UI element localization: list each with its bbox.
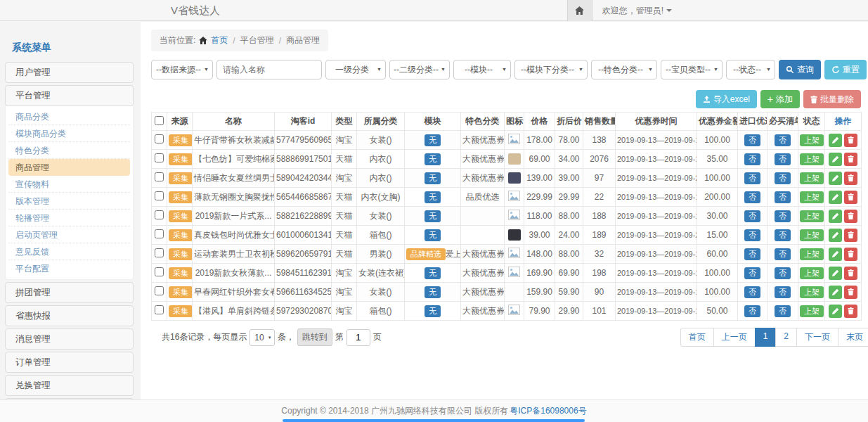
must-buy-toggle[interactable]: 否: [775, 153, 791, 165]
edit-button[interactable]: [829, 229, 842, 242]
select-all-checkbox[interactable]: [155, 116, 164, 125]
data-source-select[interactable]: --数据来源--▼: [151, 60, 213, 79]
row-checkbox[interactable]: [155, 191, 164, 200]
status-button[interactable]: 上架: [800, 267, 824, 279]
delete-button[interactable]: [844, 286, 857, 299]
must-buy-toggle[interactable]: 否: [775, 210, 791, 222]
must-buy-toggle[interactable]: 否: [775, 286, 791, 298]
row-checkbox[interactable]: [155, 153, 164, 162]
import-select-toggle[interactable]: 否: [744, 305, 760, 317]
batch-delete-button[interactable]: 批量删除: [803, 90, 861, 108]
import-select-toggle[interactable]: 否: [744, 210, 760, 222]
filter-select-5[interactable]: --特色分类--▼: [591, 60, 657, 79]
delete-button[interactable]: [844, 267, 857, 280]
sidebar-item-宣传物料[interactable]: 宣传物料: [8, 176, 130, 193]
delete-button[interactable]: [844, 153, 857, 166]
row-checkbox[interactable]: [155, 305, 164, 314]
edit-button[interactable]: [829, 305, 842, 318]
sidebar-item-特色分类[interactable]: 特色分类: [8, 142, 130, 159]
must-buy-toggle[interactable]: 否: [775, 305, 791, 317]
must-buy-toggle[interactable]: 否: [775, 248, 791, 260]
status-button[interactable]: 上架: [800, 191, 824, 203]
edit-button[interactable]: [829, 267, 842, 280]
delete-button[interactable]: [844, 172, 857, 185]
edit-button[interactable]: [829, 134, 842, 147]
row-checkbox[interactable]: [155, 210, 164, 219]
breadcrumb-home-link[interactable]: 首页: [211, 34, 228, 46]
name-search-input[interactable]: [216, 60, 322, 79]
home-button[interactable]: [567, 0, 592, 21]
status-button[interactable]: 上架: [800, 286, 824, 298]
edit-button[interactable]: [829, 248, 842, 261]
filter-select-2[interactable]: --二级分类--▼: [389, 60, 450, 79]
sidebar-item-商品分类[interactable]: 商品分类: [8, 108, 130, 125]
filter-select-3[interactable]: --模块--▼: [453, 60, 511, 79]
module-badge[interactable]: 无: [425, 172, 441, 184]
search-button[interactable]: 查询: [779, 60, 821, 79]
page-button-末页[interactable]: 末页: [838, 328, 868, 347]
import-select-toggle[interactable]: 否: [744, 172, 760, 184]
page-button-上一页[interactable]: 上一页: [713, 328, 756, 347]
module-badge[interactable]: 无: [425, 153, 441, 165]
edit-button[interactable]: [829, 286, 842, 299]
edit-button[interactable]: [829, 191, 842, 204]
delete-button[interactable]: [844, 191, 857, 204]
per-page-select[interactable]: 10▼: [250, 329, 274, 346]
import-select-toggle[interactable]: 否: [744, 267, 760, 279]
page-button-下一页[interactable]: 下一页: [796, 328, 838, 347]
sidebar-item-模块商品分类[interactable]: 模块商品分类: [8, 125, 130, 142]
delete-button[interactable]: [844, 248, 857, 261]
import-select-toggle[interactable]: 否: [744, 248, 760, 260]
module-badge[interactable]: 无: [425, 267, 441, 279]
filter-select-7[interactable]: --状态--▼: [726, 60, 775, 79]
import-excel-button[interactable]: 导入excel: [696, 90, 757, 108]
sidebar-item-版本管理[interactable]: 版本管理: [8, 193, 130, 210]
module-badge[interactable]: 品牌精选: [406, 248, 446, 260]
sidebar-group-拼团管理[interactable]: 拼团管理: [5, 282, 134, 303]
sidebar-item-意见反馈[interactable]: 意见反馈: [8, 243, 130, 260]
sidebar-item-轮播管理[interactable]: 轮播管理: [8, 210, 130, 226]
status-button[interactable]: 上架: [800, 305, 824, 317]
bottom-scrollbar[interactable]: [283, 419, 585, 422]
reset-button[interactable]: 重置: [824, 60, 867, 79]
delete-button[interactable]: [844, 229, 857, 242]
sidebar-group-省惠快报[interactable]: 省惠快报: [5, 305, 134, 326]
delete-button[interactable]: [844, 305, 857, 318]
status-button[interactable]: 上架: [800, 248, 824, 260]
module-badge[interactable]: 无: [425, 229, 441, 241]
import-select-toggle[interactable]: 否: [744, 286, 760, 298]
row-checkbox[interactable]: [155, 286, 164, 295]
module-badge[interactable]: 无: [425, 134, 441, 146]
delete-button[interactable]: [844, 134, 857, 147]
edit-button[interactable]: [829, 153, 842, 166]
import-select-toggle[interactable]: 否: [744, 191, 760, 203]
row-checkbox[interactable]: [155, 172, 164, 181]
sidebar-group-平台管理[interactable]: 平台管理: [5, 85, 134, 106]
status-button[interactable]: 上架: [800, 229, 824, 241]
must-buy-toggle[interactable]: 否: [775, 134, 791, 146]
sidebar-item-启动页管理[interactable]: 启动页管理: [8, 226, 130, 243]
import-select-toggle[interactable]: 否: [744, 229, 760, 241]
page-button-1[interactable]: 1: [755, 328, 777, 347]
module-badge[interactable]: 无: [425, 286, 441, 298]
must-buy-toggle[interactable]: 否: [775, 191, 791, 203]
page-button-2[interactable]: 2: [775, 328, 797, 347]
edit-button[interactable]: [829, 172, 842, 185]
status-button[interactable]: 上架: [800, 172, 824, 184]
import-select-toggle[interactable]: 否: [744, 153, 760, 165]
add-button[interactable]: + 添加: [760, 90, 800, 108]
row-checkbox[interactable]: [155, 267, 164, 276]
sidebar-group-用户管理[interactable]: 用户管理: [5, 62, 134, 83]
must-buy-toggle[interactable]: 否: [775, 267, 791, 279]
icp-link[interactable]: 粤ICP备16098006号: [510, 405, 586, 417]
must-buy-toggle[interactable]: 否: [775, 229, 791, 241]
page-button-首页[interactable]: 首页: [680, 328, 714, 347]
sidebar-group-订单管理[interactable]: 订单管理: [5, 352, 134, 373]
delete-button[interactable]: [844, 210, 857, 223]
module-badge[interactable]: 无: [425, 210, 441, 222]
filter-select-1[interactable]: 一级分类▼: [325, 60, 386, 79]
row-checkbox[interactable]: [155, 134, 164, 143]
status-button[interactable]: 上架: [800, 210, 824, 222]
status-button[interactable]: 上架: [800, 153, 824, 165]
row-checkbox[interactable]: [155, 229, 164, 238]
